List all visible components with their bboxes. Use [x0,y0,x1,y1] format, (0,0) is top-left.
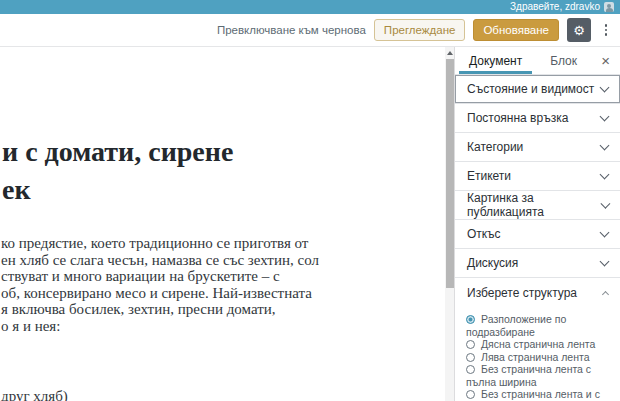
radio-option-no-sidebar-full-width[interactable]: Без странична лента с пълна ширина [466,363,611,388]
close-icon: × [601,52,610,69]
post-canvas[interactable]: и с домати, сирене ек ко предястие, коет… [0,47,445,401]
scroll-up-arrow[interactable] [445,47,454,58]
dot-icon [605,33,608,36]
radio-label: Без странична лента и с центрирано съдър… [466,388,600,401]
panel-status-visibility[interactable]: Състояние и видимост [455,75,620,104]
radio-option-right-sidebar[interactable]: Дясна странична лента [466,338,611,351]
panel-categories[interactable]: Категории [455,133,620,162]
panel-label: Картинка за публикацията [467,191,602,219]
avatar-icon[interactable] [604,2,614,12]
dot-icon [605,24,608,27]
gear-icon: ⚙ [573,24,585,37]
radio-label: Разположение по подразбиране [466,313,566,338]
chevron-down-icon [600,228,610,238]
editor-toolbar: Превключване към чернова Преглеждане Обн… [0,14,620,47]
settings-gear-button[interactable]: ⚙ [567,18,591,42]
panel-label: Изберете структура [467,286,577,300]
preview-button[interactable]: Преглеждане [374,19,466,41]
sidebar-tabs: Документ Блок × [455,47,620,75]
close-sidebar-button[interactable]: × [591,47,620,74]
body-line: об, консервирано месо и сирене. Най-изве… [1,285,431,302]
scrollbar-thumb[interactable] [446,59,454,288]
panel-label: Етикети [467,169,511,183]
admin-bar: Здравейте, zdravko [0,0,620,14]
tab-document[interactable]: Документ [455,47,536,74]
body-line: ен хляб се слага чесън, намазва се със з… [1,252,431,269]
panel-excerpt[interactable]: Откъс [455,220,620,249]
panel-tags[interactable]: Етикети [455,162,620,191]
panel-choose-structure[interactable]: Изберете структура [455,278,620,307]
panel-label: Постоянна връзка [467,111,568,125]
post-title-line: ек [2,171,432,209]
post-paragraph[interactable]: ко предястие, което традиционно се приго… [1,235,431,334]
body-line: ствуват и много вариации на брускетите –… [1,268,431,285]
dot-icon [605,29,608,32]
tab-block[interactable]: Блок [536,47,591,74]
admin-greeting[interactable]: Здравейте, zdravko [510,0,600,14]
content-scrollbar [445,47,454,401]
panel-featured-image[interactable]: Картинка за публикацията [455,191,620,220]
update-button[interactable]: Обновяване [473,19,559,41]
radio-option-no-sidebar-centered[interactable]: Без странична лента и с центрирано съдър… [466,388,611,401]
more-options-button[interactable] [599,18,613,42]
post-title-input[interactable]: и с домати, сирене ек [2,133,432,209]
chevron-up-icon [602,290,609,297]
panel-label: Състояние и видимост [467,82,594,96]
wordpress-editor: Здравейте, zdravko Превключване към черн… [0,0,620,401]
chevron-down-icon [600,112,610,122]
post-title-line: и с домати, сирене [2,133,432,171]
switch-to-draft-link[interactable]: Превключване към чернова [217,24,366,36]
body-line: о я и нея: [1,318,431,335]
structure-options: Разположение по подразбиране Дясна стран… [455,307,615,401]
body-line: ко предястие, което традиционно се приго… [1,235,431,252]
radio-option-left-sidebar[interactable]: Лява странична лента [466,351,611,364]
radio-option-default-layout[interactable]: Разположение по подразбиране [466,313,611,338]
settings-sidebar: Документ Блок × Състояние и видимост Пос… [454,47,620,401]
radio-label: Дясна странична лента [481,338,595,350]
panel-discussion[interactable]: Дискусия [455,249,620,278]
post-list-item-fragment[interactable]: друг хляб) [1,388,68,401]
radio-icon[interactable] [466,315,475,324]
panel-label: Откъс [467,227,501,241]
chevron-down-icon [600,170,610,180]
chevron-down-icon [600,83,610,93]
radio-icon[interactable] [466,340,475,349]
radio-label: Без странична лента с пълна ширина [466,363,591,388]
panel-label: Категории [467,140,523,154]
panel-label: Дискусия [467,256,518,270]
radio-label: Лява странична лента [481,351,590,363]
triangle-up-icon [447,51,453,55]
chevron-down-icon [600,257,610,267]
body-line: я включва босилек, зехтин, пресни домати… [1,301,431,318]
panel-permalink[interactable]: Постоянна връзка [455,104,620,133]
radio-icon[interactable] [466,353,475,362]
radio-icon[interactable] [466,390,475,399]
radio-icon[interactable] [466,365,475,374]
chevron-down-icon [600,141,610,151]
